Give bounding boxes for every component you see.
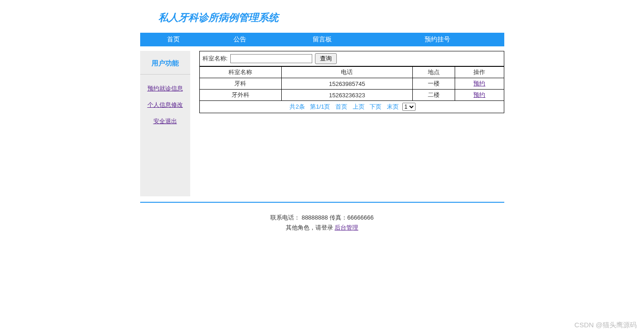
action-book[interactable]: 预约 xyxy=(473,91,485,98)
search-bar: 科室名称: 查询 xyxy=(199,51,504,66)
col-action: 操作 xyxy=(455,67,504,78)
pager-last[interactable]: 末页 xyxy=(387,103,399,110)
footer-contact: 联系电话： 88888888 传真：66666666 xyxy=(140,213,504,223)
table-row: 牙外科 15263236323 二楼 预约 xyxy=(199,90,504,101)
pager-prev[interactable]: 上页 xyxy=(353,103,365,110)
sidebar-link-logout[interactable]: 安全退出 xyxy=(153,117,177,125)
footer-divider xyxy=(140,202,504,203)
cell-location: 一楼 xyxy=(412,78,455,90)
cell-dept-name: 牙科 xyxy=(199,78,282,90)
sidebar-title: 用户功能 xyxy=(140,59,190,75)
col-location: 地点 xyxy=(412,67,455,78)
nav-appointment[interactable]: 预约挂号 xyxy=(371,33,504,46)
pager-summary: 共2条 xyxy=(289,103,304,110)
nav-notice[interactable]: 公告 xyxy=(207,33,273,46)
sidebar-link-appointment-info[interactable]: 预约就诊信息 xyxy=(147,85,183,93)
table-row: 牙科 15263985745 一楼 预约 xyxy=(199,78,504,90)
cell-location: 二楼 xyxy=(412,90,455,101)
pagination: 共2条 第1/1页 首页 上页 下页 末页 1 xyxy=(199,101,504,113)
cell-phone: 15263985745 xyxy=(282,78,413,90)
pager-next[interactable]: 下页 xyxy=(370,103,381,110)
page-title: 私人牙科诊所病例管理系统 xyxy=(158,11,504,25)
action-book[interactable]: 预约 xyxy=(473,80,485,87)
pager-select[interactable]: 1 xyxy=(402,103,416,111)
pager-page: 第1/1页 xyxy=(310,103,330,110)
search-input[interactable] xyxy=(230,54,312,63)
nav-message-board[interactable]: 留言板 xyxy=(273,33,371,46)
cell-dept-name: 牙外科 xyxy=(199,90,282,101)
search-label: 科室名称: xyxy=(203,55,228,63)
sidebar-link-profile-edit[interactable]: 个人信息修改 xyxy=(147,101,183,109)
search-button[interactable]: 查询 xyxy=(315,53,337,64)
footer: 联系电话： 88888888 传真：66666666 其他角色，请登录 后台管理 xyxy=(140,213,504,233)
nav-home[interactable]: 首页 xyxy=(140,33,207,46)
cell-phone: 15263236323 xyxy=(282,90,413,101)
pager-first[interactable]: 首页 xyxy=(335,103,347,110)
footer-role-prefix: 其他角色，请登录 xyxy=(286,224,335,231)
top-nav: 首页 公告 留言板 预约挂号 xyxy=(140,33,504,46)
col-dept-name: 科室名称 xyxy=(199,67,282,78)
col-phone: 电话 xyxy=(282,67,413,78)
department-table: 科室名称 电话 地点 操作 牙科 15263985745 一楼 预约 牙外科 xyxy=(199,66,504,101)
footer-admin-link[interactable]: 后台管理 xyxy=(335,224,358,231)
main-content: 科室名称: 查询 科室名称 电话 地点 操作 牙科 1526398574 xyxy=(190,51,504,196)
sidebar: 用户功能 预约就诊信息 个人信息修改 安全退出 xyxy=(140,51,190,196)
